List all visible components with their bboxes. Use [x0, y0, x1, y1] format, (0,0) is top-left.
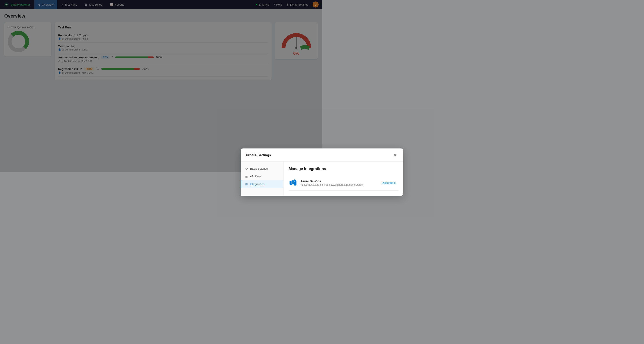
modal-title: Profile Settings	[246, 153, 271, 157]
modal-sidebar: ⚙ Basic Settings ⊞ API Keys ⊞ Integratio…	[241, 162, 284, 172]
gear-icon: ⚙	[245, 167, 248, 171]
modal-main: Manage Integrations Azure DevOps https	[284, 162, 322, 172]
sidebar-item-basic-settings[interactable]: ⚙ Basic Settings	[241, 165, 283, 172]
profile-settings-modal: Profile Settings × ⚙ Basic Settings ⊞ AP…	[241, 148, 322, 172]
modal-body: ⚙ Basic Settings ⊞ API Keys ⊞ Integratio…	[241, 162, 322, 172]
sidebar-label-basic-settings: Basic Settings	[250, 167, 268, 170]
modal-header: Profile Settings ×	[241, 148, 322, 162]
modal-overlay[interactable]: Profile Settings × ⚙ Basic Settings ⊞ AP…	[0, 0, 322, 172]
manage-integrations-title: Manage Integrations	[289, 167, 322, 171]
